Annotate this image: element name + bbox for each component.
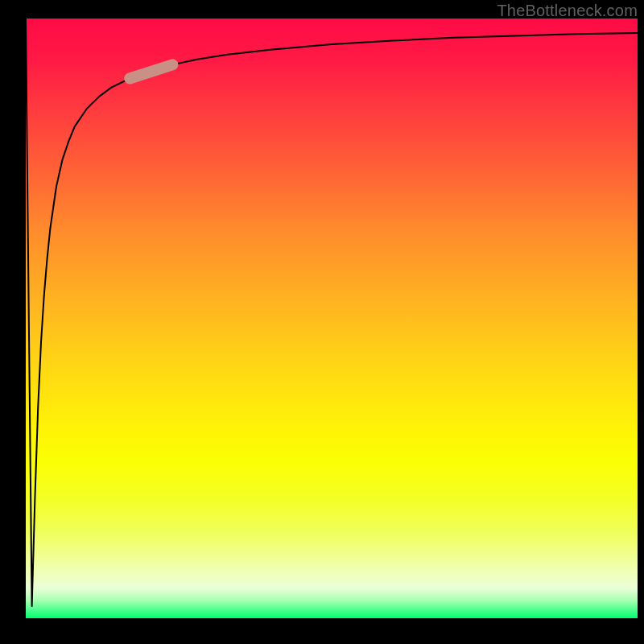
hotspot-path (130, 64, 172, 78)
chart-svg (26, 19, 638, 618)
chart-layer (26, 19, 638, 606)
curve-path (26, 19, 638, 606)
chart-stage: TheBottleneck.com (0, 0, 644, 644)
plot-area (26, 19, 638, 618)
attribution-text: TheBottleneck.com (497, 2, 638, 20)
